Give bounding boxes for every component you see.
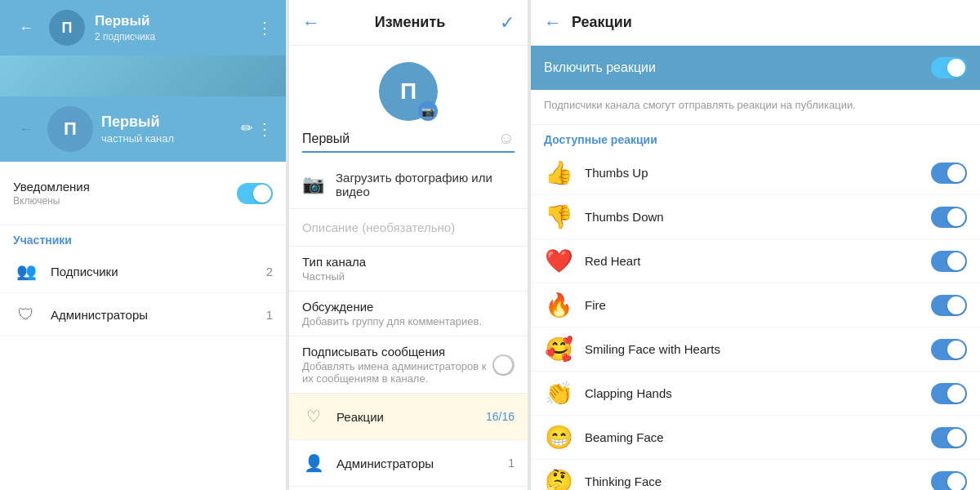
admins-count: 1 bbox=[266, 308, 273, 322]
admins-mid-icon: 👤 bbox=[302, 452, 325, 474]
reaction-beaming[interactable]: 😁 Beaming Face bbox=[531, 416, 980, 460]
fire-label: Fire bbox=[585, 298, 920, 312]
reactions-menu-item[interactable]: ♡ Реакции 16/16 bbox=[289, 394, 528, 440]
smiling-hearts-label: Smiling Face with Hearts bbox=[585, 342, 920, 356]
list-item-subscribers[interactable]: 👥 Подписчики 2 bbox=[0, 250, 286, 293]
subscribers-count: 2 bbox=[266, 265, 273, 278]
camera-upload-icon: 📷 bbox=[302, 174, 324, 195]
middle-scrollable: П 📷 ☺ 📷 Загрузить фотографию или видео О… bbox=[289, 46, 528, 490]
reaction-thumbs-up[interactable]: 👍 Thumbs Up bbox=[531, 151, 980, 195]
left-channel-subtitle: 2 подписчика bbox=[95, 31, 155, 42]
participants-title: Участники bbox=[0, 225, 286, 250]
subscribers-label: Подписчики bbox=[51, 265, 255, 278]
left-panel: ← П Первый 2 подписчика ⋮ ← П Первый час… bbox=[0, 0, 286, 490]
reactions-icon: ♡ bbox=[302, 405, 325, 428]
name-input-wrap: ☺ bbox=[302, 129, 514, 153]
reactions-description: Подписчики канала смогут отправлять реак… bbox=[531, 90, 980, 125]
discussion-section[interactable]: Обсуждение Добавить группу для комментар… bbox=[289, 292, 528, 336]
sign-messages-row[interactable]: Подписывать сообщения Добавлять имена ад… bbox=[289, 336, 528, 394]
thinking-label: Thinking Face bbox=[585, 474, 920, 488]
avatar-edit-section: П 📷 ☺ bbox=[289, 46, 528, 161]
channel-type-value: Частный bbox=[302, 270, 514, 283]
notifications-toggle[interactable] bbox=[237, 183, 273, 204]
middle-header: ← Изменить ✓ bbox=[289, 0, 528, 46]
beaming-emoji: 😁 bbox=[544, 424, 573, 451]
left-channel-title: Первый bbox=[95, 13, 155, 29]
avatar-small: П bbox=[49, 10, 85, 46]
right-header: ← Реакции bbox=[531, 0, 980, 46]
beaming-label: Beaming Face bbox=[585, 430, 920, 444]
notifications-section: Уведомления Включены bbox=[0, 162, 286, 225]
reaction-clapping[interactable]: 👏 Clapping Hands bbox=[531, 372, 980, 416]
description-input[interactable]: Описание (необязательно) bbox=[289, 209, 528, 247]
clapping-toggle[interactable] bbox=[931, 383, 967, 404]
reaction-thinking[interactable]: 🤔 Thinking Face bbox=[531, 460, 980, 490]
admins-menu-item[interactable]: 👤 Администраторы 1 bbox=[289, 440, 528, 487]
back-button-middle[interactable]: ← bbox=[302, 12, 320, 33]
channel-info-block: Первый частный канал bbox=[101, 114, 233, 145]
clapping-label: Clapping Hands bbox=[585, 386, 920, 400]
notifications-row[interactable]: Уведомления Включены bbox=[13, 172, 273, 215]
smiling-hearts-toggle[interactable] bbox=[931, 339, 967, 360]
thumbs-up-toggle[interactable] bbox=[931, 163, 967, 184]
red-heart-toggle[interactable] bbox=[931, 251, 967, 272]
sign-messages-info: Подписывать сообщения Добавлять имена ад… bbox=[302, 345, 492, 385]
admins-mid-label: Администраторы bbox=[336, 457, 497, 470]
avatar-letter: П bbox=[400, 78, 416, 105]
left-second-header: ← П Первый частный канал ✏ ⋮ bbox=[0, 96, 286, 162]
photo-upload-label: Загрузить фотографию или видео bbox=[336, 171, 514, 198]
fire-toggle[interactable] bbox=[931, 295, 967, 316]
back-button-left2[interactable]: ← bbox=[13, 116, 39, 142]
check-button[interactable]: ✓ bbox=[500, 12, 514, 33]
enable-reactions-toggle[interactable] bbox=[931, 57, 967, 78]
notifications-label: Уведомления bbox=[13, 180, 90, 194]
back-button-left[interactable]: ← bbox=[13, 15, 39, 41]
subscribers-menu-item[interactable]: 👥 Подписчики 2 bbox=[289, 487, 528, 490]
notifications-info: Уведомления Включены bbox=[13, 180, 90, 207]
beaming-toggle[interactable] bbox=[931, 427, 967, 448]
subscribers-icon: 👥 bbox=[13, 258, 39, 284]
participants-list: 👥 Подписчики 2 🛡 Администраторы 1 bbox=[0, 250, 286, 336]
more-options-icon[interactable]: ⋮ bbox=[256, 18, 273, 38]
sign-messages-toggle[interactable] bbox=[492, 354, 514, 376]
middle-panel: ← Изменить ✓ П 📷 ☺ 📷 Загрузить фотографи… bbox=[289, 0, 528, 490]
middle-menu-list: ♡ Реакции 16/16 👤 Администраторы 1 👥 Под… bbox=[289, 394, 528, 490]
smiling-hearts-emoji: 🥰 bbox=[544, 336, 573, 363]
notifications-sublabel: Включены bbox=[13, 195, 90, 207]
reaction-thumbs-down[interactable]: 👎 Thumbs Down bbox=[531, 195, 980, 239]
avatar-large: П bbox=[47, 106, 93, 152]
admins-icon: 🛡 bbox=[13, 301, 39, 327]
reaction-smiling-hearts[interactable]: 🥰 Smiling Face with Hearts bbox=[531, 327, 980, 372]
admins-mid-count: 1 bbox=[508, 457, 514, 470]
available-reactions-title: Доступные реакции bbox=[531, 125, 980, 151]
photo-upload-row[interactable]: 📷 Загрузить фотографию или видео bbox=[289, 161, 528, 209]
enable-reactions-row[interactable]: Включить реакции bbox=[531, 46, 980, 90]
middle-header-title: Изменить bbox=[330, 14, 490, 31]
camera-icon[interactable]: 📷 bbox=[418, 101, 438, 121]
channel-name: Первый bbox=[101, 114, 233, 131]
left-channel-info: Первый 2 подписчика bbox=[95, 13, 155, 42]
thumbs-up-emoji: 👍 bbox=[544, 159, 573, 186]
more-options-icon2[interactable]: ⋮ bbox=[256, 119, 273, 139]
sign-messages-title: Подписывать сообщения bbox=[302, 345, 492, 359]
thinking-emoji: 🤔 bbox=[544, 468, 573, 490]
thumbs-down-toggle[interactable] bbox=[931, 207, 967, 228]
left-first-header: ← П Первый 2 подписчика ⋮ bbox=[0, 0, 286, 56]
enable-reactions-label: Включить реакции bbox=[544, 60, 656, 75]
thumbs-down-emoji: 👎 bbox=[544, 203, 573, 230]
channel-banner bbox=[0, 56, 286, 96]
right-header-title: Реакции bbox=[572, 14, 967, 31]
thinking-toggle[interactable] bbox=[931, 471, 967, 490]
right-panel: ← Реакции Включить реакции Подписчики ка… bbox=[531, 0, 980, 490]
fire-emoji: 🔥 bbox=[544, 292, 573, 318]
list-item-admins[interactable]: 🛡 Администраторы 1 bbox=[0, 293, 286, 336]
name-input[interactable] bbox=[302, 131, 498, 146]
channel-type-section[interactable]: Тип канала Частный bbox=[289, 247, 528, 292]
reaction-red-heart[interactable]: ❤️ Red Heart bbox=[531, 239, 980, 283]
clapping-emoji: 👏 bbox=[544, 380, 573, 407]
back-button-right[interactable]: ← bbox=[544, 12, 562, 33]
reaction-fire[interactable]: 🔥 Fire bbox=[531, 283, 980, 327]
edit-icon[interactable]: ✏ bbox=[241, 119, 253, 139]
emoji-icon[interactable]: ☺ bbox=[498, 129, 514, 148]
channel-type-title: Тип канала bbox=[302, 255, 514, 269]
